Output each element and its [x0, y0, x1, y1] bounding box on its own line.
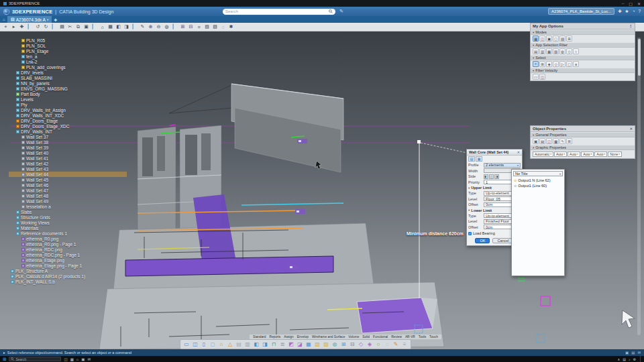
toolbar-icon[interactable]: ⧉	[74, 23, 82, 31]
action-bar-icon[interactable]: ✎	[392, 341, 400, 349]
tree-item[interactable]: DRV_Walls_Int_Assign	[9, 107, 127, 113]
tree-item[interactable]: Working Views	[9, 220, 127, 225]
toolbar-icon[interactable]: ▤	[58, 23, 66, 31]
tree-item[interactable]: Structure Grids	[9, 215, 127, 220]
property-icon[interactable]: ⊞	[566, 138, 572, 144]
action-bar-icon[interactable]: ◻	[209, 341, 217, 349]
toolbar-icon[interactable]: ≡	[195, 23, 203, 31]
upper-offset-field[interactable]: 0cm	[484, 202, 515, 207]
tree-item[interactable]: PLK_INT_WALL S.b	[9, 279, 127, 284]
toolbar-icon[interactable]: ▣	[83, 23, 90, 31]
profile-select[interactable]: 2 elements▾	[484, 163, 521, 168]
ribbon-tab[interactable]: Standard	[253, 335, 266, 339]
action-bar-icon[interactable]: ▤	[235, 341, 243, 349]
toolbar-icon[interactable]: ⊖	[155, 23, 162, 31]
section-modes[interactable]: ▾Modes	[531, 29, 635, 35]
tree-item[interactable]: Wall Set 43	[9, 166, 127, 172]
tree-item[interactable]: ethenna_R0.png	[9, 236, 127, 241]
tree-item[interactable]: ENVS_ORG_MASSING	[9, 86, 127, 91]
tree-item[interactable]: Materials	[9, 225, 127, 231]
tree-item[interactable]: PLN_add_coverings	[9, 64, 127, 70]
tree-item[interactable]: Wall Set 48	[9, 193, 127, 198]
tree-item[interactable]: Wall Set 37	[9, 134, 127, 139]
tree-item[interactable]: ethenna_RDC.png	[9, 247, 127, 252]
toolbar-icon[interactable]: ◌	[219, 23, 227, 31]
action-bar-icon[interactable]: ≣	[278, 341, 286, 349]
search-icon[interactable]	[329, 9, 333, 13]
start-button[interactable]: ⊞	[3, 357, 6, 362]
section-select[interactable]: ▾Select	[531, 55, 635, 60]
tree-item[interactable]: Slabs	[9, 209, 127, 215]
tray-icon[interactable]: ∧	[618, 357, 621, 361]
tree-item[interactable]: Wall Set 49	[9, 198, 127, 204]
taskbar-app-icon[interactable]: ▣	[81, 357, 85, 361]
selection-handle[interactable]	[537, 335, 545, 343]
toolbar-icon[interactable]: ▧	[203, 23, 211, 31]
output-item[interactable]: ⊙ Output1 (Line 60)	[512, 183, 564, 188]
toolbar-icon[interactable]: ◍	[163, 23, 170, 31]
action-bar-icon[interactable]: ◇	[357, 341, 365, 349]
graphic-property-select[interactable]: Auto▾	[568, 152, 580, 157]
toolbar-icon[interactable]: ✎	[139, 23, 146, 31]
lower-level-select[interactable]: Finished Floor▾	[484, 219, 515, 224]
tree-item[interactable]: Wall Set 39	[9, 145, 127, 150]
tree-item[interactable]: PLN_R05	[9, 38, 127, 43]
action-bar-icon[interactable]: ◫	[191, 341, 199, 349]
section-filter-velocity[interactable]: ▾Filter Velocity	[531, 68, 635, 73]
mode-option-icon[interactable]: ▣	[546, 36, 552, 42]
filter-option-icon[interactable]: ▧	[553, 48, 559, 54]
ribbon-tab[interactable]: Touch	[429, 335, 438, 339]
property-icon[interactable]: ▣	[533, 138, 539, 144]
toolbar-icon[interactable]: ⌂	[99, 23, 106, 31]
velocity-option-icon[interactable]: ▭	[533, 74, 539, 80]
toolbar-icon[interactable]: ▏	[50, 23, 58, 31]
tree-item[interactable]: DRV_Doors_Etage	[9, 118, 127, 123]
tray-icon[interactable]: ♪	[629, 357, 631, 361]
tree-item[interactable]: ten_a	[9, 54, 127, 59]
taskbar-search-input[interactable]	[15, 357, 56, 361]
action-bar-icon[interactable]: ⊟	[348, 341, 356, 349]
tree-item[interactable]: Levels	[9, 97, 127, 102]
toolbar-icon[interactable]: ✚	[18, 23, 25, 31]
tree-item[interactable]: PLN_Etage	[9, 48, 127, 54]
global-search[interactable]	[223, 9, 335, 15]
select-option-icon[interactable]: ◈	[546, 61, 552, 67]
ok-button[interactable]: OK	[475, 238, 490, 243]
maximize-button[interactable]: ▢	[629, 1, 633, 6]
tree-item[interactable]: PLN_SOL	[9, 43, 127, 48]
toolbar-icon[interactable]: ⊟	[187, 23, 195, 31]
minimize-button[interactable]: –	[622, 1, 624, 6]
search-input[interactable]	[225, 9, 327, 13]
mode-option-icon[interactable]: ◻	[553, 36, 559, 42]
new-tab-icon[interactable]: ✚	[54, 17, 57, 22]
section-app-selection-filter[interactable]: ▾App Selection Filter	[531, 42, 635, 48]
action-bar-icon[interactable]: ◨	[261, 341, 269, 349]
ribbon-tab[interactable]: Reports	[269, 335, 280, 339]
status-bar-icon[interactable]: ✉	[637, 351, 641, 355]
graphic-property-select[interactable]: Auto▾	[581, 152, 594, 157]
ribbon-tab[interactable]: Review	[391, 335, 402, 339]
close-icon[interactable]: ✕	[517, 150, 520, 154]
ribbon-tab[interactable]: Wireframe and Surface	[312, 335, 345, 339]
toolbar-icon[interactable]: ⌖	[2, 23, 9, 31]
priority-field[interactable]: 1	[484, 180, 515, 184]
scrollbar-thumb[interactable]	[638, 39, 641, 76]
graphic-property-select[interactable]: Auto▾	[594, 152, 607, 157]
action-bar-icon[interactable]: ▦	[305, 341, 313, 349]
side-option-button[interactable]: ◫	[489, 174, 494, 179]
tree-item[interactable]: DRV_Walls_INT_XDC	[9, 113, 127, 118]
stylus-icon[interactable]: ✎	[339, 9, 343, 14]
property-icon[interactable]: ◫	[546, 138, 552, 144]
tree-item[interactable]: Wall Set 41	[9, 156, 127, 161]
tree-item[interactable]: DRV_levels	[9, 70, 127, 75]
mode-option-icon[interactable]: ▨	[559, 36, 566, 42]
dialog-tab-options[interactable]: ▦	[476, 156, 482, 162]
toolbar-icon[interactable]: ▏	[131, 23, 138, 31]
section-general-properties[interactable]: ▾General Properties	[531, 132, 635, 137]
active-document-tab[interactable]: A236074_PLK_Bastide_St_Luc...	[548, 8, 614, 15]
ribbon-tab[interactable]: Functional	[373, 335, 388, 339]
output-item[interactable]: ⊙ Output1 N (Line 62)	[512, 178, 564, 183]
ribbon-tab[interactable]: Tools	[419, 335, 426, 339]
load-bearing-checkbox[interactable]: ✓	[468, 232, 472, 235]
property-icon[interactable]: ✎	[559, 138, 566, 144]
